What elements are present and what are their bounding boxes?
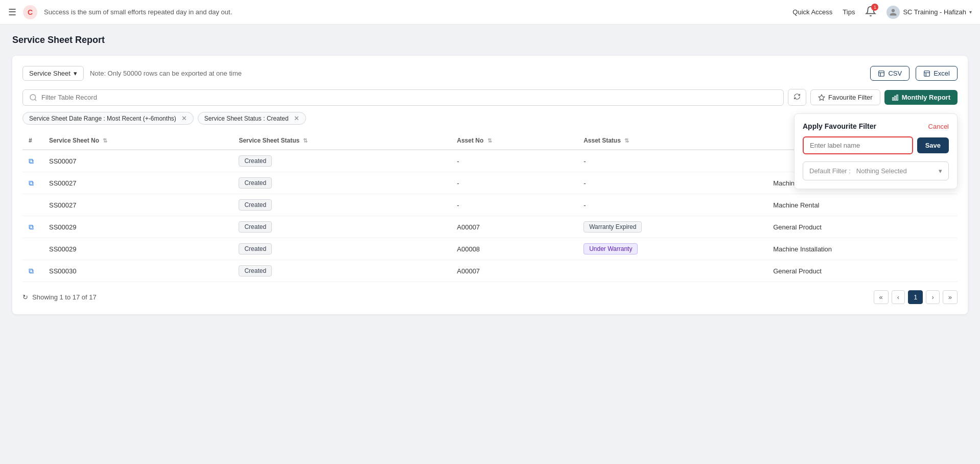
excel-icon (923, 70, 930, 77)
tips-link[interactable]: Tips (843, 8, 855, 16)
cell-asset-status: - (577, 194, 767, 216)
table-row: SS00027Created--Machine Rental (22, 194, 958, 216)
excel-button[interactable]: Excel (916, 66, 958, 81)
star-icon (818, 94, 825, 101)
svg-point-4 (30, 95, 36, 100)
cell-hash[interactable]: ⧉ (22, 260, 43, 282)
default-filter-dropdown[interactable]: Default Filter : Nothing Selected ▾ (803, 161, 949, 180)
asset-status-badge: Warranty Expired (584, 221, 642, 233)
table-row: SS00029CreatedA00008Under WarrantyMachin… (22, 238, 958, 260)
cell-asset-no: A00007 (451, 216, 577, 238)
status-badge: Created (239, 177, 272, 189)
cell-sheet-status: Created (232, 194, 451, 216)
filter-row: Favourite Filter Monthly Report Apply Fa… (22, 89, 958, 106)
cell-hash[interactable]: ⧉ (22, 172, 43, 194)
fav-popup: Apply Favourite Filter Cancel Save Defau… (794, 113, 958, 189)
search-input[interactable] (41, 94, 777, 101)
popup-title: Apply Favourite Filter (803, 122, 876, 130)
page-controls: « ‹ 1 › » (874, 290, 958, 304)
current-page-button[interactable]: 1 (908, 290, 923, 304)
col-asset-status: Asset Status ⇅ (577, 132, 767, 150)
cell-sheet-status: Created (232, 260, 451, 282)
external-link-icon[interactable]: ⧉ (29, 157, 34, 165)
first-page-button[interactable]: « (874, 290, 889, 304)
sheet-select-label: Service Sheet (29, 69, 71, 77)
popup-header: Apply Favourite Filter Cancel (803, 122, 949, 130)
cell-hash[interactable]: ⧉ (22, 216, 43, 238)
cell-asset-status: Warranty Expired (577, 216, 767, 238)
bell-icon[interactable]: 1 (865, 6, 876, 18)
popup-cancel-button[interactable]: Cancel (928, 123, 949, 130)
label-name-input[interactable] (803, 136, 913, 154)
col-sheet-no: Service Sheet No ⇅ (43, 132, 232, 150)
asset-status-badge: Under Warranty (584, 243, 638, 254)
cell-sheet-no: SS00029 (43, 238, 232, 260)
filter-chip-date-label: Service Sheet Date Range : Most Recent (… (29, 115, 176, 122)
filter-chip-status-label: Service Sheet Status : Created (204, 115, 289, 122)
table-row: ⧉SS00030CreatedA00007General Product (22, 260, 958, 282)
csv-button[interactable]: CSV (870, 66, 909, 81)
hamburger-icon[interactable]: ☰ (8, 7, 16, 18)
cell-asset-no: - (451, 194, 577, 216)
col-sheet-status: Service Sheet Status ⇅ (232, 132, 451, 150)
col-asset-no: Asset No ⇅ (451, 132, 577, 150)
status-badge: Created (239, 199, 272, 211)
user-area[interactable]: SC Training - Hafizah ▾ (886, 6, 972, 19)
topnav-motto: Success is the sum of small efforts repe… (44, 8, 232, 16)
sort-asset-no-icon[interactable]: ⇅ (487, 137, 492, 144)
external-link-icon[interactable]: ⧉ (29, 179, 34, 187)
page-title: Service Sheet Report (12, 35, 968, 45)
fav-filter-label: Favourite Filter (828, 94, 873, 101)
cell-extra: Machine Installation (767, 238, 958, 260)
svg-rect-7 (895, 96, 896, 100)
cell-sheet-no: SS00027 (43, 172, 232, 194)
filter-chip-status-close[interactable]: ✕ (294, 114, 299, 122)
cell-asset-status: - (577, 172, 767, 194)
default-filter-label: Default Filter : Nothing Selected (809, 167, 907, 175)
cell-sheet-no: SS00030 (43, 260, 232, 282)
cell-asset-no: A00007 (451, 260, 577, 282)
sort-sheet-status-icon[interactable]: ⇅ (303, 137, 308, 144)
cell-sheet-status: Created (232, 150, 451, 172)
export-note: Note: Only 50000 rows can be exported at… (90, 69, 865, 77)
cell-hash (22, 194, 43, 216)
last-page-button[interactable]: » (943, 290, 958, 304)
status-badge: Created (239, 265, 272, 276)
prev-page-button[interactable]: ‹ (892, 290, 905, 304)
col-hash: # (22, 132, 43, 150)
page-info: ↻ Showing 1 to 17 of 17 (22, 293, 97, 301)
popup-save-button[interactable]: Save (917, 137, 949, 153)
refresh-small-icon[interactable]: ↻ (22, 293, 28, 301)
favourite-filter-button[interactable]: Favourite Filter (810, 89, 880, 105)
bell-badge: 1 (871, 4, 878, 11)
external-link-icon[interactable]: ⧉ (29, 223, 34, 231)
svg-marker-5 (819, 95, 825, 100)
svg-rect-8 (897, 95, 898, 100)
sort-asset-status-icon[interactable]: ⇅ (624, 137, 629, 144)
external-link-icon[interactable]: ⧉ (29, 267, 34, 275)
bar-chart-icon (892, 94, 899, 101)
table-row: ⧉SS00029CreatedA00007Warranty ExpiredGen… (22, 216, 958, 238)
refresh-button[interactable] (788, 89, 806, 106)
next-page-button[interactable]: › (926, 290, 939, 304)
sort-sheet-no-icon[interactable]: ⇅ (103, 137, 107, 144)
user-avatar (886, 6, 900, 19)
monthly-report-button[interactable]: Monthly Report (884, 90, 958, 105)
quick-access-link[interactable]: Quick Access (792, 8, 832, 16)
toolbar: Service Sheet ▾ Note: Only 50000 rows ca… (22, 66, 958, 81)
cell-extra: Machine Rental (767, 194, 958, 216)
cell-asset-status: - (577, 150, 767, 172)
pagination: ↻ Showing 1 to 17 of 17 « ‹ 1 › » (22, 290, 958, 304)
cell-extra: General Product (767, 260, 958, 282)
csv-icon (878, 70, 885, 77)
user-name: SC Training - Hafizah (903, 8, 966, 16)
monthly-report-label: Monthly Report (902, 94, 950, 101)
user-chevron-icon: ▾ (969, 9, 972, 15)
cell-hash (22, 238, 43, 260)
filter-chip-date-close[interactable]: ✕ (181, 114, 187, 122)
cell-sheet-status: Created (232, 238, 451, 260)
sheet-select-button[interactable]: Service Sheet ▾ (22, 66, 84, 81)
svg-rect-2 (879, 71, 884, 76)
cell-asset-no: - (451, 150, 577, 172)
cell-hash[interactable]: ⧉ (22, 150, 43, 172)
